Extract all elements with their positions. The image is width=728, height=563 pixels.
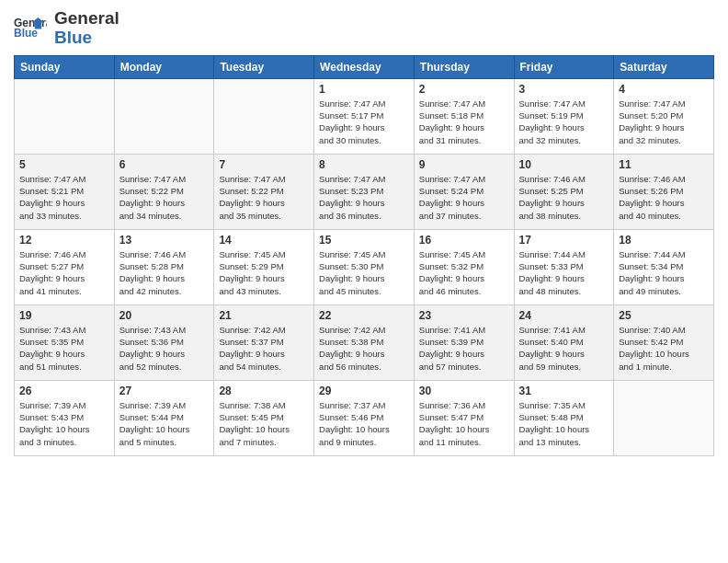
calendar-cell: 13Sunrise: 7:46 AMSunset: 5:28 PMDayligh…	[114, 229, 214, 304]
calendar-cell: 10Sunrise: 7:46 AMSunset: 5:25 PMDayligh…	[514, 154, 614, 229]
calendar-cell: 7Sunrise: 7:47 AMSunset: 5:22 PMDaylight…	[214, 154, 314, 229]
day-info: Sunrise: 7:46 AMSunset: 5:26 PMDaylight:…	[619, 173, 709, 222]
day-number: 9	[419, 158, 509, 171]
day-info: Sunrise: 7:41 AMSunset: 5:40 PMDaylight:…	[519, 324, 609, 373]
day-number: 21	[219, 309, 309, 322]
calendar-cell: 29Sunrise: 7:37 AMSunset: 5:46 PMDayligh…	[314, 380, 415, 455]
weekday-header-row: SundayMondayTuesdayWednesdayThursdayFrid…	[15, 55, 714, 78]
logo-icon: General Blue	[14, 12, 47, 45]
day-number: 25	[619, 309, 709, 322]
day-info: Sunrise: 7:46 AMSunset: 5:25 PMDaylight:…	[519, 173, 609, 222]
day-number: 17	[519, 234, 609, 247]
day-number: 10	[519, 158, 609, 171]
calendar-cell: 15Sunrise: 7:45 AMSunset: 5:30 PMDayligh…	[314, 229, 415, 304]
calendar-cell: 9Sunrise: 7:47 AMSunset: 5:24 PMDaylight…	[414, 154, 514, 229]
calendar-cell: 22Sunrise: 7:42 AMSunset: 5:38 PMDayligh…	[314, 304, 415, 380]
calendar-cell: 8Sunrise: 7:47 AMSunset: 5:23 PMDaylight…	[314, 154, 415, 229]
calendar-week-row: 19Sunrise: 7:43 AMSunset: 5:35 PMDayligh…	[15, 304, 714, 380]
day-info: Sunrise: 7:45 AMSunset: 5:30 PMDaylight:…	[319, 248, 409, 297]
day-info: Sunrise: 7:47 AMSunset: 5:18 PMDaylight:…	[419, 98, 509, 146]
calendar-cell: 1Sunrise: 7:47 AMSunset: 5:17 PMDaylight…	[314, 78, 415, 154]
day-info: Sunrise: 7:39 AMSunset: 5:43 PMDaylight:…	[19, 399, 109, 448]
day-number: 8	[319, 158, 409, 171]
day-info: Sunrise: 7:43 AMSunset: 5:35 PMDaylight:…	[19, 324, 109, 373]
day-info: Sunrise: 7:47 AMSunset: 5:19 PMDaylight:…	[519, 98, 609, 146]
calendar-cell: 4Sunrise: 7:47 AMSunset: 5:20 PMDaylight…	[614, 78, 714, 154]
calendar-cell	[214, 78, 314, 154]
calendar-cell: 18Sunrise: 7:44 AMSunset: 5:34 PMDayligh…	[614, 229, 714, 304]
calendar-week-row: 5Sunrise: 7:47 AMSunset: 5:21 PMDaylight…	[15, 154, 714, 229]
weekday-header: Sunday	[15, 55, 115, 78]
day-info: Sunrise: 7:42 AMSunset: 5:38 PMDaylight:…	[319, 324, 409, 373]
weekday-header: Friday	[514, 55, 614, 78]
day-info: Sunrise: 7:44 AMSunset: 5:34 PMDaylight:…	[619, 248, 709, 297]
calendar-cell: 31Sunrise: 7:35 AMSunset: 5:48 PMDayligh…	[514, 380, 614, 455]
day-info: Sunrise: 7:47 AMSunset: 5:17 PMDaylight:…	[319, 98, 409, 146]
calendar-cell	[114, 78, 214, 154]
day-number: 29	[319, 385, 409, 397]
page: General Blue General Blue SundayMondayTu…	[0, 0, 728, 563]
day-number: 22	[319, 309, 409, 322]
logo-blue: Blue	[54, 29, 119, 48]
day-info: Sunrise: 7:47 AMSunset: 5:20 PMDaylight:…	[619, 98, 709, 146]
weekday-header: Saturday	[614, 55, 714, 78]
day-number: 3	[519, 83, 609, 96]
calendar-week-row: 26Sunrise: 7:39 AMSunset: 5:43 PMDayligh…	[15, 380, 714, 455]
calendar-week-row: 1Sunrise: 7:47 AMSunset: 5:17 PMDaylight…	[15, 78, 714, 154]
day-info: Sunrise: 7:35 AMSunset: 5:48 PMDaylight:…	[519, 399, 609, 448]
calendar-cell: 16Sunrise: 7:45 AMSunset: 5:32 PMDayligh…	[414, 229, 514, 304]
calendar-cell: 28Sunrise: 7:38 AMSunset: 5:45 PMDayligh…	[214, 380, 314, 455]
day-number: 27	[119, 385, 210, 397]
day-info: Sunrise: 7:47 AMSunset: 5:23 PMDaylight:…	[319, 173, 409, 222]
day-number: 28	[219, 385, 309, 397]
day-info: Sunrise: 7:47 AMSunset: 5:22 PMDaylight:…	[119, 173, 210, 222]
weekday-header: Thursday	[414, 55, 514, 78]
day-info: Sunrise: 7:44 AMSunset: 5:33 PMDaylight:…	[519, 248, 609, 297]
calendar: SundayMondayTuesdayWednesdayThursdayFrid…	[14, 55, 714, 456]
day-number: 12	[19, 234, 109, 247]
day-number: 5	[19, 158, 109, 171]
calendar-cell: 26Sunrise: 7:39 AMSunset: 5:43 PMDayligh…	[15, 380, 115, 455]
day-info: Sunrise: 7:38 AMSunset: 5:45 PMDaylight:…	[219, 399, 309, 448]
calendar-cell: 19Sunrise: 7:43 AMSunset: 5:35 PMDayligh…	[15, 304, 115, 380]
day-number: 7	[219, 158, 309, 171]
day-number: 31	[519, 385, 609, 397]
day-info: Sunrise: 7:45 AMSunset: 5:32 PMDaylight:…	[419, 248, 509, 297]
day-number: 26	[19, 385, 109, 397]
calendar-cell: 6Sunrise: 7:47 AMSunset: 5:22 PMDaylight…	[114, 154, 214, 229]
header: General Blue General Blue	[14, 9, 714, 48]
day-info: Sunrise: 7:41 AMSunset: 5:39 PMDaylight:…	[419, 324, 509, 373]
day-info: Sunrise: 7:42 AMSunset: 5:37 PMDaylight:…	[219, 324, 309, 373]
day-number: 19	[19, 309, 109, 322]
logo-general: General	[54, 9, 119, 29]
calendar-cell: 23Sunrise: 7:41 AMSunset: 5:39 PMDayligh…	[414, 304, 514, 380]
calendar-cell: 3Sunrise: 7:47 AMSunset: 5:19 PMDaylight…	[514, 78, 614, 154]
day-number: 2	[419, 83, 509, 96]
calendar-cell: 5Sunrise: 7:47 AMSunset: 5:21 PMDaylight…	[15, 154, 115, 229]
logo: General Blue General Blue	[14, 9, 119, 48]
day-info: Sunrise: 7:40 AMSunset: 5:42 PMDaylight:…	[619, 324, 709, 373]
day-info: Sunrise: 7:45 AMSunset: 5:29 PMDaylight:…	[219, 248, 309, 297]
day-number: 20	[119, 309, 210, 322]
logo-text: General Blue	[54, 9, 119, 48]
calendar-cell	[614, 380, 714, 455]
day-number: 11	[619, 158, 709, 171]
day-info: Sunrise: 7:47 AMSunset: 5:24 PMDaylight:…	[419, 173, 509, 222]
day-info: Sunrise: 7:37 AMSunset: 5:46 PMDaylight:…	[319, 399, 409, 448]
day-number: 4	[619, 83, 709, 96]
day-number: 16	[419, 234, 509, 247]
day-info: Sunrise: 7:39 AMSunset: 5:44 PMDaylight:…	[119, 399, 210, 448]
day-number: 13	[119, 234, 210, 247]
calendar-cell: 27Sunrise: 7:39 AMSunset: 5:44 PMDayligh…	[114, 380, 214, 455]
calendar-cell: 2Sunrise: 7:47 AMSunset: 5:18 PMDaylight…	[414, 78, 514, 154]
calendar-cell: 21Sunrise: 7:42 AMSunset: 5:37 PMDayligh…	[214, 304, 314, 380]
day-info: Sunrise: 7:47 AMSunset: 5:22 PMDaylight:…	[219, 173, 309, 222]
day-number: 24	[519, 309, 609, 322]
calendar-cell: 14Sunrise: 7:45 AMSunset: 5:29 PMDayligh…	[214, 229, 314, 304]
weekday-header: Monday	[114, 55, 214, 78]
calendar-cell: 24Sunrise: 7:41 AMSunset: 5:40 PMDayligh…	[514, 304, 614, 380]
day-number: 30	[419, 385, 509, 397]
calendar-cell: 20Sunrise: 7:43 AMSunset: 5:36 PMDayligh…	[114, 304, 214, 380]
weekday-header: Tuesday	[214, 55, 314, 78]
calendar-cell: 12Sunrise: 7:46 AMSunset: 5:27 PMDayligh…	[15, 229, 115, 304]
